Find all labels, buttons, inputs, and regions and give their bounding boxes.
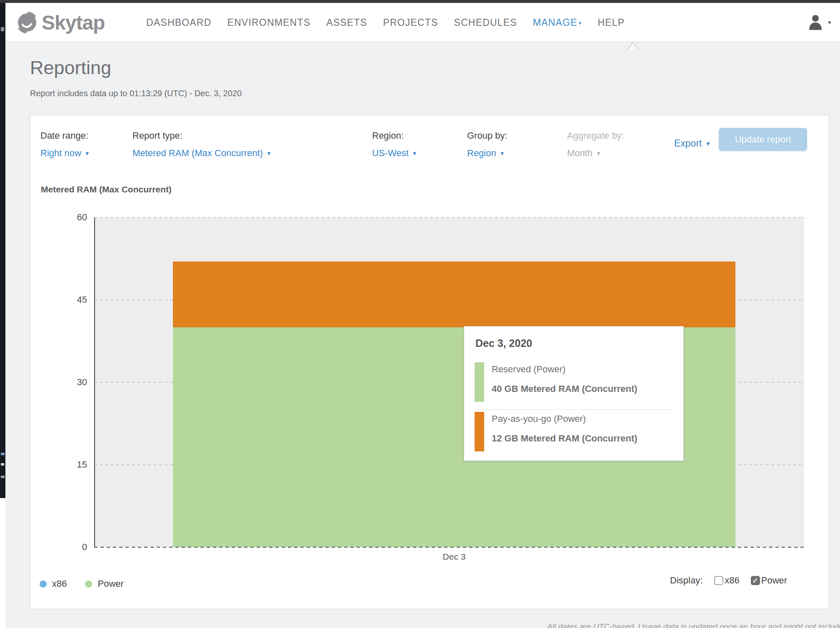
- active-nav-notch: [626, 42, 640, 50]
- filter-report-type: Report type: Metered RAM (Max Concurrent…: [132, 130, 272, 159]
- tooltip-swatch-reserved: [475, 362, 484, 402]
- checkbox-x86-label: x86: [725, 575, 739, 586]
- nav-item-dashboard[interactable]: DASHBOARD: [146, 17, 212, 28]
- sliver-glyph: [1, 453, 5, 455]
- caret-down-icon: ▼: [266, 150, 272, 157]
- y-tick-label: 0: [82, 542, 87, 553]
- filter-group-by-text: Region: [467, 148, 496, 158]
- tooltip-series-name: Reserved (Power): [492, 364, 638, 375]
- sliver-glyph: [1, 463, 4, 466]
- legend-label: Power: [98, 578, 123, 589]
- filter-report-type-value[interactable]: Metered RAM (Max Concurrent)▼: [132, 148, 272, 159]
- y-tick-label: 45: [77, 294, 87, 305]
- legend-item-x86: x86: [40, 578, 67, 589]
- update-report-button[interactable]: Update report: [719, 128, 807, 151]
- filter-group-by-value[interactable]: Region▼: [467, 148, 508, 159]
- nav-item-assets[interactable]: ASSETS: [326, 17, 367, 28]
- footnote: All dates are UTC-based. Usage data is u…: [547, 622, 840, 628]
- desktop-top-strip: [0, 0, 840, 3]
- tooltip-swatch-paygo: [475, 412, 484, 451]
- filter-region-label: Region:: [372, 130, 417, 141]
- x-tick-label: Dec 3: [429, 552, 479, 562]
- tooltip-divider: [475, 409, 673, 410]
- filter-aggregate-by-text: Month: [567, 148, 592, 158]
- user-icon: [809, 15, 822, 30]
- export-button[interactable]: Export▼: [674, 138, 711, 149]
- user-caret-down-icon: ▾: [828, 19, 831, 26]
- checkbox-power-label: Power: [761, 575, 787, 586]
- caret-down-icon: ▼: [412, 150, 418, 157]
- tooltip-series-value: 40 GB Metered RAM (Concurrent): [492, 384, 638, 394]
- sliver-glyph: [1, 27, 4, 31]
- caret-down-icon: ▼: [500, 150, 505, 157]
- checkbox-x86[interactable]: [714, 576, 723, 585]
- tooltip-series-value: 12 GB Metered RAM (Concurrent): [492, 433, 638, 444]
- chart-tooltip: Dec 3, 2020 Reserved (Power) 40 GB Meter…: [464, 326, 684, 461]
- brand-name: Skytap: [42, 11, 105, 34]
- caret-down-icon: ▼: [596, 150, 601, 157]
- skytap-logo[interactable]: Skytap: [15, 3, 105, 42]
- legend-dot: [40, 581, 47, 588]
- screen: Skytap DASHBOARD ENVIRONMENTS ASSETS PRO…: [0, 0, 840, 628]
- tooltip-row-paygo: Pay-as-you-go (Power) 12 GB Metered RAM …: [475, 412, 673, 451]
- report-panel: Date range: Right now▼ Report type: Mete…: [30, 115, 829, 609]
- filter-report-type-text: Metered RAM (Max Concurrent): [132, 148, 263, 158]
- filter-region: Region: US-West▼: [372, 130, 417, 159]
- page-subtitle: Report includes data up to 01:13:29 (UTC…: [30, 89, 242, 98]
- caret-down-icon: ▾: [579, 20, 582, 26]
- x-axis-zero-line: [94, 547, 804, 548]
- nav-item-projects[interactable]: PROJECTS: [383, 17, 438, 28]
- chart-legend: x86 Power: [40, 578, 124, 589]
- filter-aggregate-by-label: Aggregate by:: [567, 130, 624, 141]
- skytap-logo-icon: [15, 10, 39, 35]
- filter-aggregate-by-value: Month▼: [567, 148, 624, 159]
- checkbox-power[interactable]: ✓: [751, 576, 760, 585]
- filter-date-range: Date range: Right now▼: [40, 130, 90, 159]
- page-content: Reporting Report includes data up to 01:…: [5, 42, 840, 628]
- y-axis-line: [94, 217, 95, 547]
- legend-label: x86: [52, 578, 67, 589]
- filter-report-type-label: Report type:: [132, 130, 272, 141]
- tooltip-series-name: Pay-as-you-go (Power): [492, 414, 638, 424]
- display-controls: Display: x86 ✓ Power: [670, 575, 787, 586]
- tooltip-heading: Dec 3, 2020: [475, 337, 532, 349]
- y-axis-ticks: 015304560: [30, 217, 87, 547]
- tooltip-row-reserved: Reserved (Power) 40 GB Metered RAM (Conc…: [475, 362, 673, 402]
- y-tick-label: 15: [77, 459, 87, 470]
- nav-item-schedules[interactable]: SCHEDULES: [454, 17, 517, 28]
- sliver-glyph: [1, 476, 5, 478]
- user-menu[interactable]: ▾: [809, 3, 831, 42]
- caret-down-icon: ▼: [85, 150, 90, 157]
- filter-date-range-label: Date range:: [40, 130, 90, 141]
- filter-aggregate-by: Aggregate by: Month▼: [567, 130, 624, 159]
- nav-item-manage-label: MANAGE: [533, 17, 578, 28]
- background-window-sliver: [0, 3, 5, 498]
- display-label: Display:: [670, 575, 702, 586]
- y-tick-label: 30: [77, 377, 87, 388]
- filter-region-value[interactable]: US-West▼: [372, 148, 417, 159]
- nav-item-environments[interactable]: ENVIRONMENTS: [228, 17, 311, 28]
- filter-group-by-label: Group by:: [467, 130, 508, 141]
- chart-title: Metered RAM (Max Concurrent): [41, 184, 172, 194]
- nav-links: DASHBOARD ENVIRONMENTS ASSETS PROJECTS S…: [146, 3, 625, 42]
- plot-area: [94, 217, 804, 547]
- export-label: Export: [674, 138, 702, 149]
- filter-group-by: Group by: Region▼: [467, 130, 508, 159]
- filter-region-text: US-West: [372, 148, 409, 158]
- legend-item-power: Power: [85, 578, 123, 589]
- filter-date-range-text: Right now: [40, 148, 81, 158]
- nav-item-manage[interactable]: MANAGE▾: [533, 17, 582, 28]
- caret-down-icon: ▼: [705, 140, 711, 147]
- y-tick-label: 60: [77, 212, 87, 223]
- page-title: Reporting: [30, 57, 111, 79]
- bar-segment-paygo[interactable]: [173, 262, 735, 327]
- filter-date-range-value[interactable]: Right now▼: [40, 148, 90, 159]
- top-nav: Skytap DASHBOARD ENVIRONMENTS ASSETS PRO…: [5, 3, 840, 42]
- legend-dot: [85, 581, 92, 588]
- nav-item-help[interactable]: HELP: [598, 17, 625, 28]
